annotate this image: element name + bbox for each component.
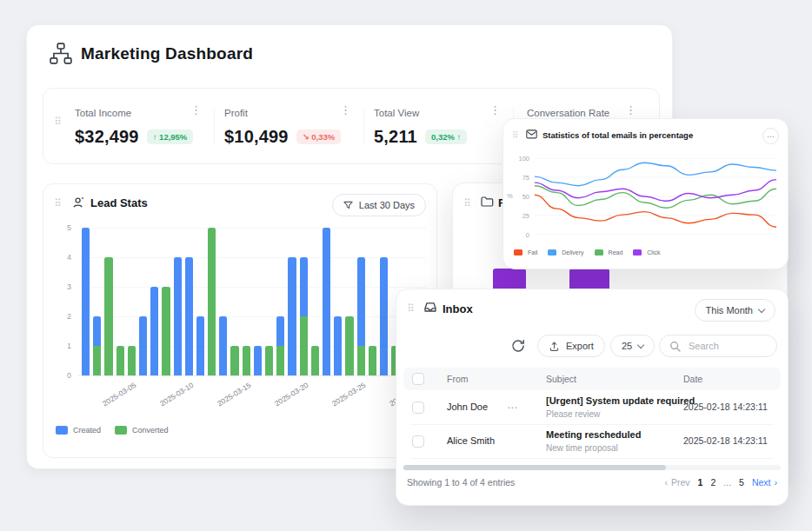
filter-button[interactable]: Last 30 Days [332,194,426,216]
drag-handle-icon[interactable]: ⠿ [54,116,62,127]
chevron-down-icon [637,341,644,348]
export-button[interactable]: Export [537,335,605,357]
y-axis-label: 2 [57,312,71,321]
email-line-chart [535,158,776,235]
drag-handle-icon[interactable]: ⠿ [54,198,62,209]
bar [174,228,182,375]
pagination-page-2[interactable]: 2 [710,477,715,488]
bar [243,228,250,375]
inbox-icon [423,301,437,313]
legend-item-converted: Converted [115,426,169,435]
bar [300,228,308,375]
bar [93,228,101,375]
pagination-prev[interactable]: ‹Prev [665,477,690,488]
legend-label: Created [73,426,101,435]
drag-handle-icon[interactable]: ⠿ [463,198,471,209]
select-all-checkbox[interactable] [412,373,424,385]
search-input[interactable] [687,340,770,352]
drag-handle-icon[interactable]: ⠿ [407,303,415,314]
bar [334,228,342,375]
stat-card-total-income: Total Income ⋮ $32,499↑ 12,95% [75,104,205,147]
drag-handle-icon[interactable]: ⠿ [512,131,518,140]
email-statistics-card: ⠿ Statistics of total emails in percenta… [503,118,789,269]
row-checkbox[interactable] [412,402,424,414]
fail-swatch [514,249,522,256]
pagination-page-1[interactable]: 1 [698,477,703,488]
divider [410,458,774,459]
table-row[interactable]: Alice Smith Meeting rescheduled New time… [403,424,781,458]
created-swatch [56,426,68,435]
chevron-down-icon [758,305,765,312]
horizontal-scrollbar[interactable] [403,465,666,470]
page-size-dropdown[interactable]: 25 [610,335,655,357]
pagination-page-5[interactable]: 5 [739,477,744,488]
period-dropdown[interactable]: This Month [695,299,775,322]
divider [363,108,364,144]
stat-label: Conversation Rate [527,108,609,118]
divider [214,108,215,144]
line-series-fail [535,195,776,227]
email-plot-area: 0255075100 [535,158,776,235]
kebab-menu-icon[interactable]: ⋮ [190,104,202,116]
bar [208,228,216,375]
row-preview: Please review [546,409,600,419]
export-icon [549,341,560,352]
line-series-click [535,180,776,202]
bar-series [78,228,426,375]
row-date: 2025-02-18 14:23:11 [683,435,768,446]
kebab-menu-icon[interactable]: ⋮ [489,104,501,116]
kebab-menu-icon[interactable]: ⋮ [625,104,636,116]
pagination-next[interactable]: Next› [752,477,777,488]
bar [276,228,284,375]
y-axis-label: 100 [512,155,529,163]
legend-label: Click [647,249,660,256]
page-title: Marketing Dashboard [81,44,253,63]
legend-label: Converted [132,426,169,435]
table-header-row: From Subject Date [403,368,781,390]
stat-card-total-view: Total View ⋮ 5,2110,32% ↑ [374,104,504,147]
email-icon [526,129,537,139]
bar [369,228,376,375]
search-container [659,335,777,357]
legend-item-created: Created [56,426,101,435]
bar [323,228,330,375]
kebab-menu-icon[interactable]: ⋮ [340,104,351,116]
bar [219,228,227,375]
row-subject: Meeting rescheduled [546,429,641,440]
x-axis-label: 2025-03-05 [95,381,137,412]
stat-value: 5,211 [374,127,417,146]
legend-item-click: Click [633,249,660,256]
table-row[interactable]: John Doe ⋯ [Urgent] System update requir… [403,390,781,424]
row-checkbox[interactable] [412,435,424,448]
bar [196,228,204,375]
period-label: This Month [706,305,753,315]
bar [288,228,296,375]
bar [230,228,238,375]
bar [357,228,365,375]
card-title: Lead Stats [90,196,148,209]
chevron-left-icon: ‹ [665,477,669,488]
legend-item-read: Read [595,249,623,256]
filter-label: Last 30 Days [359,200,415,210]
trend-badge: ↘ 0,33% [296,129,342,144]
bar [311,228,319,375]
lead-legend: Created Converted [56,426,169,435]
row-menu-icon[interactable]: ⋯ [507,402,517,413]
refresh-button[interactable] [511,339,525,353]
gridline [78,375,426,376]
export-label: Export [566,341,594,351]
page-size-value: 25 [622,341,632,351]
card-menu-button[interactable]: ⋯ [762,128,779,144]
funnel-icon [343,201,353,210]
read-swatch [595,249,603,256]
bar [128,228,136,375]
card-title: Inbox [443,302,473,315]
y-axis-label: 25 [512,212,529,220]
legend-item-delivery: Delivery [548,249,583,256]
row-preview: New time proposal [546,443,618,453]
stat-card-profit: Profit ⋮ $10,499↘ 0,33% [224,104,355,147]
x-axis-label: 2025-03-10 [152,381,195,412]
lead-stats-icon [71,196,85,209]
x-axis-label: 2025-03-25 [324,381,367,412]
trend-badge: 0,32% ↑ [425,129,467,144]
